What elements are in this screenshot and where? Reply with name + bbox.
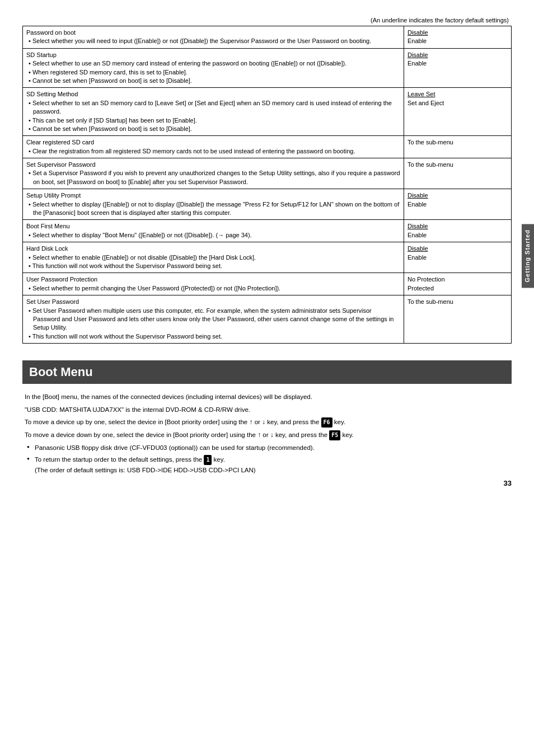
para3-post: key, and press the <box>265 419 321 425</box>
row-desc-2-2: Cannot be set when [Password on boot] is… <box>26 125 400 133</box>
table-row-desc-3: Clear registered SD cardClear the regist… <box>23 136 404 158</box>
row-val-7-0: Disable <box>407 245 508 253</box>
para3-key: F6 <box>321 417 332 428</box>
table-row-val-7: DisableEnable <box>404 242 511 273</box>
row-desc-2-0: Select whether to set an SD memory card … <box>26 99 400 116</box>
para3-mid: or <box>252 419 262 425</box>
row-val-4-0: To the sub-menu <box>407 161 508 169</box>
table-row-desc-8: User Password ProtectionSelect whether t… <box>23 273 404 295</box>
row-desc-4-0: Set a Supervisor Password if you wish to… <box>26 169 400 186</box>
table-row-desc-2: SD Setting MethodSelect whether to set a… <box>23 88 404 136</box>
boot-menu-section: Boot Menu In the [Boot] menu, the names … <box>22 360 512 475</box>
row-val-5-0: Disable <box>407 191 508 200</box>
table-row-val-2: Leave SetSet and Eject <box>404 88 511 136</box>
para4-pre: To move a device down by one, select the… <box>25 431 257 438</box>
table-row-val-4: To the sub-menu <box>404 158 511 189</box>
row-desc-9-1: This function will not work without the … <box>26 332 400 341</box>
boot-menu-para3: To move a device up by one, select the d… <box>25 417 509 428</box>
boot-menu-para2: "USB CDD: MATSHITA UJDA7XX" is the inter… <box>25 405 509 415</box>
row-val-8-1: Protected <box>407 284 508 293</box>
table-row-desc-7: Hard Disk LockSelect whether to enable (… <box>23 242 404 273</box>
boot-menu-title: Boot Menu <box>22 360 512 384</box>
row-desc-5-0: Select whether to display ([Enable]) or … <box>26 200 400 218</box>
row-desc-7-0: Select whether to enable ([Enable]) or n… <box>26 253 400 262</box>
bullet-item-2: To return the startup order to the defau… <box>27 454 509 475</box>
row-val-8-0: No Protection <box>407 275 508 284</box>
row-title-5: Setup Utility Prompt <box>26 191 400 200</box>
row-desc-1-2: Cannot be set when [Password on boot] is… <box>26 77 400 85</box>
row-val-6-1: Enable <box>407 231 508 240</box>
para3-pre: To move a device up by one, select the d… <box>25 419 249 425</box>
row-val-7-1: Enable <box>407 253 508 262</box>
boot-menu-content: In the [Boot] menu, the names of the con… <box>22 392 512 475</box>
table-row-val-6: DisableEnable <box>404 220 511 242</box>
row-val-0-0: Disable <box>407 29 508 37</box>
row-title-2: SD Setting Method <box>26 90 400 98</box>
boot-menu-para4: To move a device down by one, select the… <box>25 430 509 440</box>
para4-end: key. <box>340 431 353 438</box>
table-row-desc-0: Password on bootSelect whether you will … <box>23 26 404 49</box>
table-row-desc-1: SD StartupSelect whether to use an SD me… <box>23 48 404 88</box>
row-desc-7-1: This function will not work without the … <box>26 262 400 270</box>
table-row-val-8: No ProtectionProtected <box>404 273 511 295</box>
row-val-1-1: Enable <box>407 59 508 68</box>
table-row-desc-4: Set Supervisor PasswordSet a Supervisor … <box>23 158 404 189</box>
row-val-6-0: Disable <box>407 222 508 231</box>
table-row-val-0: DisableEnable <box>404 26 511 49</box>
reset-key: 1 <box>204 455 212 465</box>
row-desc-2-1: This can be set only if [SD Startup] has… <box>26 116 400 125</box>
row-desc-3-0: Clear the registration from all register… <box>26 147 400 156</box>
row-title-1: SD Startup <box>26 51 400 59</box>
table-row-val-9: To the sub-menu <box>404 295 511 344</box>
row-val-5-1: Enable <box>407 200 508 209</box>
factory-note-text: (An underline indicates the factory defa… <box>371 17 509 24</box>
row-desc-9-0: Set User Password when multiple users us… <box>26 307 400 332</box>
row-val-3-0: To the sub-menu <box>407 138 508 147</box>
row-val-1-0: Disable <box>407 51 508 59</box>
table-row-val-3: To the sub-menu <box>404 136 511 158</box>
row-desc-6-0: Select whether to display "Boot Menu" ([… <box>26 231 400 240</box>
row-title-3: Clear registered SD card <box>26 138 400 147</box>
page-number: 33 <box>504 479 512 487</box>
row-val-2-1: Set and Eject <box>407 99 508 107</box>
side-tab: Getting Started <box>522 224 534 288</box>
table-row-val-5: DisableEnable <box>404 189 511 220</box>
row-desc-8-0: Select whether to permit changing the Us… <box>26 284 400 293</box>
row-title-0: Password on boot <box>26 29 400 37</box>
table-row-desc-6: Boot First MenuSelect whether to display… <box>23 220 404 242</box>
row-desc-1-0: Select whether to use an SD memory card … <box>26 59 400 68</box>
row-title-6: Boot First Menu <box>26 222 400 231</box>
settings-table: Password on bootSelect whether you will … <box>22 26 512 344</box>
row-title-8: User Password Protection <box>26 275 400 284</box>
factory-note: (An underline indicates the factory defa… <box>22 17 512 24</box>
para4-key: F5 <box>329 430 340 440</box>
row-desc-1-1: When registered SD memory card, this is … <box>26 68 400 77</box>
boot-menu-para1: In the [Boot] menu, the names of the con… <box>25 392 509 402</box>
boot-menu-bullets: Panasonic USB floppy disk drive (CF-VFDU… <box>27 443 509 475</box>
row-desc-0-0: Select whether you will need to input ([… <box>26 37 400 45</box>
row-title-7: Hard Disk Lock <box>26 245 400 253</box>
table-row-desc-9: Set User PasswordSet User Password when … <box>23 295 404 344</box>
row-title-4: Set Supervisor Password <box>26 161 400 169</box>
bullet-item-1: Panasonic USB floppy disk drive (CF-VFDU… <box>27 443 509 453</box>
para3-end: key. <box>332 419 345 425</box>
para4-mid: or <box>261 431 270 438</box>
table-row-val-1: DisableEnable <box>404 48 511 88</box>
table-row-desc-5: Setup Utility PromptSelect whether to di… <box>23 189 404 220</box>
row-val-0-1: Enable <box>407 37 508 45</box>
row-title-9: Set User Password <box>26 298 400 306</box>
row-val-2-0: Leave Set <box>407 90 508 98</box>
para4-post: key, and press the <box>274 431 330 438</box>
row-val-9-0: To the sub-menu <box>407 298 508 306</box>
